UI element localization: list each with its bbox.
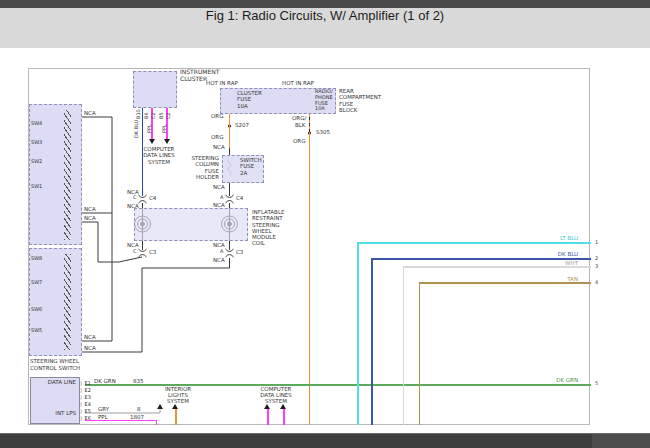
connector-label-c3: C3 <box>236 249 243 255</box>
pin-number-1: 1 <box>595 240 598 246</box>
pin-label-e1: E1 <box>85 381 91 387</box>
wire-ppl-bottom-2 <box>283 409 285 425</box>
cluster-fuse-label: CLUSTER FUSE 10A <box>237 90 262 109</box>
wire-dk-blu-v <box>371 258 373 425</box>
wire-label-gry: GRY <box>98 406 109 412</box>
wire-gry <box>85 409 160 413</box>
switch-label-sw7: SW7 <box>31 280 42 286</box>
pin-arc: ) <box>80 395 82 401</box>
switch-label-sw3: SW3 <box>31 140 42 146</box>
steering-column-fuse-holder-label: STEERING COLUMN FUSE HOLDER <box>186 155 219 180</box>
pin-arc: ) <box>80 416 82 422</box>
arrow-down-ppl-2 <box>164 139 170 144</box>
switch-label-sw5: SW5 <box>31 328 42 334</box>
wire-label-org-blk-1: ORG/ <box>292 115 306 121</box>
wire-label-ppl: PPL <box>162 120 168 133</box>
wire-label-lt-blu: LT BLU <box>544 235 578 241</box>
wire-label-org: ORG <box>293 138 305 144</box>
wire-label-nca: NCA <box>213 202 225 208</box>
bottom-taskbar <box>0 433 650 448</box>
circuit-835: 835 <box>133 378 144 384</box>
instrument-cluster-label-2: CLUSTER <box>180 76 207 82</box>
connector-c3-left <box>139 249 147 257</box>
pin-label-e3: E3 <box>85 395 91 401</box>
splice-label-s207: S207 <box>235 122 249 128</box>
wire-label-dk-blu: DK BLU <box>134 116 140 138</box>
connector-label-c3: C3 <box>149 249 156 255</box>
wire-label-nca: NCA <box>84 215 96 221</box>
computer-data-lines-top: COMPUTER DATA LINES SYSTEM <box>138 146 180 165</box>
wire-label-nca: NCA <box>84 334 96 340</box>
ic-pin-label: B6 <box>144 105 150 119</box>
wire-label-nca: NCA <box>213 257 225 263</box>
wire-org-bottom <box>175 409 177 425</box>
wire-ppl-e6-v <box>156 420 157 425</box>
pin-label-c: C <box>133 195 137 201</box>
pin-number-3: 3 <box>595 264 598 270</box>
switch-label-sw2: SW2 <box>31 159 42 165</box>
interior-lights-system-label: INTERIOR LIGHTS SYSTEM <box>158 387 198 404</box>
coil-label: INFLATABLE RESTRAINT STEERING WHEEL MODU… <box>252 209 284 247</box>
connector-label-c4: C4 <box>149 195 156 201</box>
wire-wht-h <box>403 266 591 268</box>
wire-org-radio-long <box>309 133 311 425</box>
int-lps-label: INT LPS <box>34 410 76 416</box>
app-window: Fig 1: Radio Circuits, W/ Amplifier (1 o… <box>0 0 650 448</box>
instrument-cluster-box <box>133 71 177 108</box>
pin-label-a: A <box>220 249 223 255</box>
wire-label-org: ORG <box>211 134 223 140</box>
ic-pin-label: C2 <box>166 105 172 119</box>
pin-arc: ) <box>80 402 82 408</box>
data-line-title: DATA LINE <box>34 379 76 385</box>
ic-pin-label: B5 <box>159 105 165 119</box>
pin-number-5: 5 <box>595 381 598 387</box>
pin-label-e6: E6 <box>85 416 91 422</box>
switch-label-sw8: SW8 <box>31 256 42 262</box>
wire-label-org-blk-2: BLK <box>295 122 305 128</box>
wire-label-nca: NCA <box>84 345 96 351</box>
hot-in-rap-left: HOT IN RAP <box>206 80 238 86</box>
connector-c4-left <box>139 195 147 203</box>
ic-pin-label: C2 <box>151 105 157 119</box>
pin-number-2: 2 <box>595 256 598 262</box>
steering-wheel-control-switch-label-1: STEERING WHEEL <box>30 358 79 364</box>
pin-number-4: 4 <box>595 280 598 286</box>
wire-label-org: ORG <box>211 113 223 119</box>
steering-wheel-control-switch-label-2: CONTROL SWITCH <box>30 365 80 371</box>
switch-fuse-label: SWITCH FUSE 2A <box>240 157 262 176</box>
hot-in-rap-right: HOT IN RAP <box>282 80 314 86</box>
wire-org-cluster-fuse <box>229 114 231 148</box>
wire-label-ppl: PPL <box>98 414 108 420</box>
wire-ppl-e6-h <box>85 420 157 421</box>
pin-label-e2: E2 <box>85 388 91 394</box>
wire-label-dk-grn-right: DK GRN <box>540 377 578 383</box>
pin-label-e4: E4 <box>85 402 91 408</box>
wire-tan-h <box>419 282 591 284</box>
wire-lt-blu-v <box>357 242 359 425</box>
wire-label-tan: TAN <box>544 276 578 282</box>
pin-label-a: A <box>220 195 223 201</box>
wire-org-blk-segment <box>309 114 311 133</box>
wire-dk-grn <box>85 384 591 386</box>
taskbar-right-segment <box>592 434 650 448</box>
switch-label-sw1: SW1 <box>31 184 42 190</box>
wire-tan-v <box>419 282 421 425</box>
pin-label-c: C <box>133 249 137 255</box>
resistor-ladder-lower <box>64 254 71 350</box>
pin-arc: ) <box>80 388 82 394</box>
coil-box <box>134 208 248 241</box>
rear-compartment-fuse-block-label: REAR COMPARTMENT FUSE BLOCK <box>339 88 381 113</box>
wire-label-nca: NCA <box>84 110 96 116</box>
wire-label-nca: NCA <box>213 144 225 150</box>
wire-label-nca: NCA <box>84 206 96 212</box>
wire-label-nca: NCA <box>213 184 225 190</box>
switch-label-sw4: SW4 <box>31 121 42 127</box>
wire-label-dk-grn: DK GRN <box>94 378 116 384</box>
circuit-1807: 1807 <box>130 414 144 420</box>
radio-phone-fuse-label: RADIO/ PHONE FUSE 10A <box>315 89 333 112</box>
wire-label-wht: WHT <box>544 260 578 266</box>
switch-label-sw6: SW6 <box>31 307 42 313</box>
pin-arc: ) <box>80 381 82 387</box>
wire-ppl-bottom-1 <box>267 409 269 425</box>
switch-box-lower <box>29 248 82 356</box>
